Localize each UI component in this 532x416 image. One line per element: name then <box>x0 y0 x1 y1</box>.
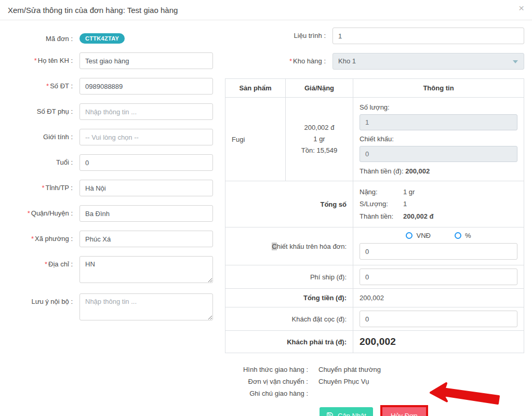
required-star: * <box>45 260 47 268</box>
order-detail-panel: Liệu trình : *Kho hàng : Kho 1 Sản phẩm … <box>225 28 524 416</box>
radio-percent[interactable]: % <box>455 232 471 239</box>
field-label: *Số ĐT : <box>8 78 73 95</box>
radio-vnd[interactable]: VNĐ <box>406 232 430 239</box>
field-label: Lưu ý nội bộ : <box>8 293 73 322</box>
required-star: * <box>34 57 37 64</box>
carrier-label: Đơn vị vận chuyển : <box>225 375 308 387</box>
field-label: Liệu trình : <box>225 28 326 44</box>
field-label: *Họ tên KH : <box>8 52 73 69</box>
chevron-down-icon <box>513 60 518 63</box>
gender-select[interactable] <box>79 129 213 145</box>
radio-circle-icon[interactable] <box>406 232 413 239</box>
discount-input <box>360 146 517 162</box>
order-code-badge: CTTK4ZTAY <box>79 33 125 44</box>
cancel-order-button[interactable]: Hủy Đơn <box>382 407 426 416</box>
field-label: *Địa chỉ : <box>8 256 73 285</box>
deposit-label: Khách đặt cọc (đ): <box>225 307 353 331</box>
field-dia-chi: *Địa chỉ : HN <box>8 256 213 285</box>
product-price-cell: 200,002 đ 1 gr Tồn: 15,549 <box>286 98 353 181</box>
annotation-arrow-icon <box>429 382 501 411</box>
customer-pay-value: 200,002 <box>360 336 396 347</box>
invoice-discount-row: Chiết khấu trên hóa đơn: VNĐ % <box>225 227 524 265</box>
customer-name-input[interactable] <box>79 52 213 69</box>
required-star: * <box>42 184 44 192</box>
product-weight: 1 gr <box>286 133 353 145</box>
warehouse-select[interactable]: Kho 1 <box>332 53 524 70</box>
summary-qty: 1 <box>403 200 407 208</box>
modal-header: Xem/Sửa thông tin của đơn hàng: Test gia… <box>0 0 532 20</box>
required-star: * <box>289 57 292 65</box>
field-label: *Tỉnh/TP : <box>8 180 73 196</box>
field-ho-ten: *Họ tên KH : <box>8 52 213 69</box>
product-price: 200,002 đ <box>286 122 353 133</box>
radio-circle-icon[interactable] <box>455 232 461 239</box>
field-so-dt: *Số ĐT : <box>8 78 213 95</box>
district-input[interactable] <box>79 205 213 222</box>
secondary-phone-input[interactable] <box>79 103 213 120</box>
customer-pay-label: Khách phải trả (đ): <box>225 331 353 353</box>
treatment-input[interactable] <box>332 28 524 44</box>
deposit-input[interactable] <box>360 311 517 327</box>
field-label: *Quận/Huyện : <box>8 205 73 222</box>
invoice-discount-cell: VNĐ % <box>353 227 524 265</box>
save-icon <box>326 412 334 416</box>
invoice-discount-input[interactable] <box>360 243 517 260</box>
product-row: Fugi 200,002 đ 1 gr Tồn: 15,549 Số lượng… <box>225 98 524 181</box>
internal-note-textarea[interactable] <box>79 293 213 320</box>
deposit-row: Khách đặt cọc (đ): <box>225 307 524 331</box>
required-star: * <box>31 235 34 243</box>
field-label: *Xã phường : <box>8 231 73 247</box>
delivery-method-label: Hình thức giao hàng : <box>225 364 308 375</box>
product-info-cell: Số lượng: Chiết khấu: Thành tiền (đ): 20… <box>353 98 524 181</box>
modal-body: Mã đơn : CTTK4ZTAY *Họ tên KH : *Số ĐT :… <box>0 20 532 416</box>
field-tuoi: Tuổi : <box>8 154 213 171</box>
field-label: Tuổi : <box>8 154 73 171</box>
ship-fee-row: Phí ship (đ): <box>225 265 524 289</box>
summary-values: Nặng:1 gr S/Lượng:1 Thành tiền:200,002 đ <box>353 181 524 227</box>
grand-total-value: 200,002 <box>353 289 524 307</box>
field-gioi-tinh: Giới tính : <box>8 129 213 145</box>
summary-weight: 1 gr <box>403 188 415 196</box>
summary-total: 200,002 đ <box>403 212 434 220</box>
discount-label: Chiết khấu: <box>360 135 517 143</box>
table-header-row: Sản phẩm Giá/Nặng Thông tin <box>225 79 524 98</box>
col-header-price: Giá/Nặng <box>286 79 353 98</box>
cancel-button-highlight: Hủy Đơn <box>380 405 428 416</box>
phone-input[interactable] <box>79 78 213 95</box>
modal-title: Xem/Sửa thông tin của đơn hàng: Test gia… <box>8 6 178 15</box>
customer-pay-row: Khách phải trả (đ): 200,002 <box>225 331 524 353</box>
field-so-dt-phu: Số ĐT phụ : <box>8 103 213 120</box>
field-label: Số ĐT phụ : <box>8 103 73 120</box>
field-tinh-tp: *Tỉnh/TP : <box>8 180 213 196</box>
delivery-method-value: Chuyển phát thường <box>318 364 381 375</box>
update-button[interactable]: Cập Nhật <box>320 407 373 416</box>
quantity-label: Số lượng: <box>360 103 517 111</box>
field-xa-phuong: *Xã phường : <box>8 231 213 247</box>
ward-input[interactable] <box>79 231 213 247</box>
close-icon[interactable]: × <box>518 3 524 13</box>
product-name: Fugi <box>225 98 286 181</box>
address-textarea[interactable]: HN <box>79 256 213 283</box>
ship-fee-label: Phí ship (đ): <box>225 265 353 289</box>
warehouse-selected-value: Kho 1 <box>338 57 356 65</box>
line-total-value: 200,002 <box>405 167 430 175</box>
quantity-input <box>360 114 517 130</box>
field-label: *Kho hàng : <box>225 53 326 70</box>
field-lieu-trinh: Liệu trình : <box>225 28 524 44</box>
product-stock: Tồn: 15,549 <box>286 145 353 156</box>
summary-row: Tổng số Nặng:1 gr S/Lượng:1 Thành tiền:2… <box>225 181 524 227</box>
line-total: Thành tiền (đ): 200,002 <box>360 167 517 175</box>
delivery-note-label: Ghi chú giao hàng : <box>225 387 308 399</box>
summary-label: Tổng số <box>225 181 353 227</box>
province-input[interactable] <box>79 180 213 196</box>
invoice-discount-label: Chiết khấu trên hóa đơn: <box>225 227 353 265</box>
ship-fee-input[interactable] <box>360 269 517 285</box>
age-input[interactable] <box>79 154 213 171</box>
grand-total-label: Tổng tiền (đ): <box>225 289 353 307</box>
required-star: * <box>46 82 49 90</box>
order-items-table: Sản phẩm Giá/Nặng Thông tin Fugi 200,002… <box>225 78 524 353</box>
grand-total-row: Tổng tiền (đ): 200,002 <box>225 289 524 307</box>
field-ma-don: Mã đơn : CTTK4ZTAY <box>8 31 213 44</box>
col-header-info: Thông tin <box>353 79 524 98</box>
carrier-value: Chuyên Phục Vụ <box>318 375 369 387</box>
